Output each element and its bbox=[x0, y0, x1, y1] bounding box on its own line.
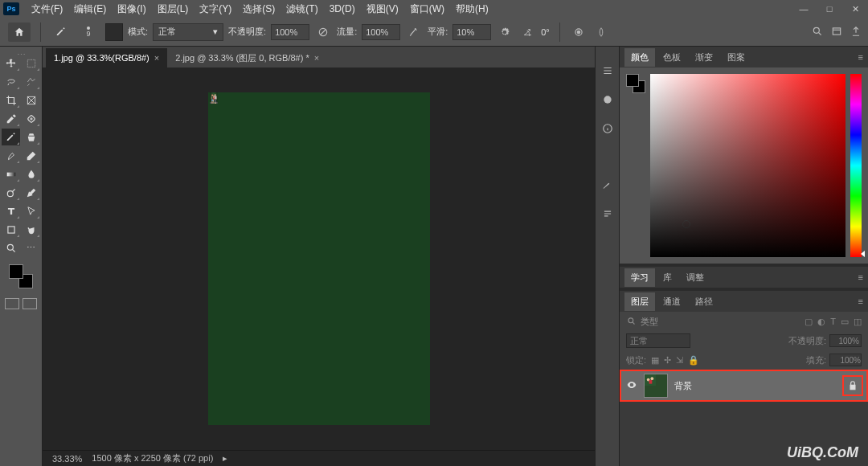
edit-toolbar[interactable]: ⋯ bbox=[22, 239, 40, 256]
hand-tool[interactable] bbox=[22, 221, 40, 238]
blend-mode-dropdown[interactable]: 正常▾ bbox=[153, 23, 223, 41]
type-tool[interactable] bbox=[2, 202, 20, 219]
lasso-tool[interactable] bbox=[2, 73, 20, 90]
document-tab-1[interactable]: 1.jpg @ 33.3%(RGB/8#)× bbox=[46, 48, 167, 67]
chevron-right-icon[interactable]: ▸ bbox=[223, 453, 227, 464]
quick-mask-icon[interactable] bbox=[5, 298, 19, 309]
marquee-tool[interactable] bbox=[22, 55, 40, 72]
home-button[interactable] bbox=[8, 22, 31, 42]
brush-tool[interactable] bbox=[2, 129, 20, 145]
layer-blend-dropdown[interactable]: 正常 bbox=[626, 333, 690, 348]
search-icon[interactable] bbox=[812, 26, 823, 39]
frame-tool[interactable] bbox=[22, 92, 40, 108]
panel-menu-icon[interactable]: ≡ bbox=[858, 272, 863, 282]
share-icon[interactable] bbox=[850, 26, 862, 39]
panel-menu-icon[interactable]: ≡ bbox=[858, 296, 863, 306]
filter-shape-icon[interactable]: ▭ bbox=[841, 317, 849, 327]
close-tab-icon[interactable]: × bbox=[314, 53, 319, 63]
canvas-area[interactable] bbox=[43, 67, 595, 450]
crop-tool[interactable] bbox=[2, 92, 20, 108]
filter-image-icon[interactable]: ▢ bbox=[805, 317, 813, 327]
brush-settings-icon[interactable] bbox=[600, 63, 616, 79]
menu-image[interactable]: 图像(I) bbox=[112, 2, 151, 16]
menu-file[interactable]: 文件(F) bbox=[26, 2, 68, 16]
gear-icon[interactable] bbox=[496, 23, 514, 41]
tab-channels[interactable]: 通道 bbox=[657, 292, 687, 311]
filter-smart-icon[interactable]: ◫ bbox=[854, 317, 862, 327]
info-panel-icon[interactable] bbox=[600, 121, 616, 137]
document-tab-2[interactable]: 2.jpg @ 33.3% (图层 0, RGB/8#) *× bbox=[167, 48, 327, 67]
brush-panel-toggle-icon[interactable] bbox=[105, 23, 123, 41]
smooth-field[interactable]: 10% bbox=[452, 24, 491, 40]
move-tool[interactable] bbox=[2, 55, 20, 72]
menu-edit[interactable]: 编辑(E) bbox=[68, 2, 112, 16]
pressure-size-icon[interactable] bbox=[570, 23, 588, 41]
tab-learn[interactable]: 学习 bbox=[624, 268, 655, 287]
tab-layers[interactable]: 图层 bbox=[624, 292, 655, 311]
airbrush-icon[interactable] bbox=[405, 23, 423, 41]
lock-all-icon[interactable]: 🔒 bbox=[688, 355, 699, 366]
canvas[interactable] bbox=[208, 92, 430, 425]
pen-tool[interactable] bbox=[22, 184, 40, 201]
brush-preset[interactable]: 9 bbox=[76, 21, 100, 43]
filter-adjust-icon[interactable]: ◐ bbox=[817, 317, 825, 327]
menu-type[interactable]: 文字(Y) bbox=[194, 2, 237, 16]
menu-help[interactable]: 帮助(H) bbox=[450, 2, 494, 16]
menu-3d[interactable]: 3D(D) bbox=[324, 3, 361, 14]
healing-tool[interactable] bbox=[22, 110, 40, 127]
zoom-value[interactable]: 33.33% bbox=[52, 454, 82, 464]
workspaces-icon[interactable] bbox=[831, 26, 842, 39]
eraser-tool[interactable] bbox=[22, 147, 40, 164]
window-minimize-icon[interactable]: — bbox=[791, 0, 817, 18]
history-brush-tool[interactable] bbox=[2, 147, 20, 164]
tab-color[interactable]: 颜色 bbox=[624, 48, 655, 67]
layer-background[interactable]: 背景 bbox=[620, 370, 868, 402]
menu-window[interactable]: 窗口(W) bbox=[404, 2, 450, 16]
visibility-icon[interactable] bbox=[626, 379, 637, 392]
dodge-tool[interactable] bbox=[2, 184, 20, 201]
tab-libraries[interactable]: 库 bbox=[657, 268, 678, 287]
screen-mode-icon[interactable] bbox=[23, 298, 37, 309]
layer-thumbnail[interactable] bbox=[644, 374, 668, 398]
lock-pixels-icon[interactable]: ▦ bbox=[651, 355, 659, 366]
pressure-opacity-icon[interactable] bbox=[314, 23, 332, 41]
menu-view[interactable]: 视图(V) bbox=[361, 2, 404, 16]
layer-opacity-field[interactable] bbox=[829, 334, 862, 347]
lock-artboard-icon[interactable]: ⇲ bbox=[676, 355, 683, 366]
tab-swatches[interactable]: 色板 bbox=[657, 48, 687, 67]
symmetry-icon[interactable] bbox=[592, 23, 610, 41]
eyedropper-tool[interactable] bbox=[2, 110, 20, 127]
color-cursor[interactable] bbox=[682, 220, 690, 228]
menu-layer[interactable]: 图层(L) bbox=[152, 2, 194, 16]
quick-select-tool[interactable] bbox=[22, 73, 40, 90]
shape-tool[interactable] bbox=[2, 221, 20, 238]
color-swatch-pair[interactable] bbox=[626, 74, 645, 93]
hue-slider[interactable] bbox=[850, 74, 862, 257]
filter-type-icon[interactable]: T bbox=[830, 317, 836, 327]
panel-menu-icon[interactable]: ≡ bbox=[858, 52, 863, 62]
zoom-tool[interactable] bbox=[2, 239, 20, 256]
angle-icon[interactable]: ⦨ bbox=[518, 23, 536, 41]
window-close-icon[interactable]: ✕ bbox=[842, 0, 868, 18]
tab-patterns[interactable]: 图案 bbox=[721, 48, 751, 67]
brushes-panel-icon[interactable] bbox=[600, 177, 616, 193]
path-select-tool[interactable] bbox=[22, 202, 40, 219]
close-tab-icon[interactable]: × bbox=[154, 53, 159, 63]
tab-gradients[interactable]: 渐变 bbox=[689, 48, 719, 67]
tab-paths[interactable]: 路径 bbox=[689, 292, 719, 311]
lock-position-icon[interactable]: ✢ bbox=[664, 355, 671, 366]
layer-filter[interactable]: 类型 bbox=[626, 316, 658, 328]
clone-stamp-tool[interactable] bbox=[22, 129, 40, 145]
gradient-tool[interactable] bbox=[2, 166, 20, 182]
layer-name[interactable]: 背景 bbox=[674, 380, 692, 392]
opacity-field[interactable]: 100% bbox=[271, 24, 309, 40]
paragraph-panel-icon[interactable] bbox=[600, 206, 616, 222]
menu-select[interactable]: 选择(S) bbox=[237, 2, 280, 16]
color-swatch[interactable] bbox=[9, 264, 33, 288]
tab-adjustments[interactable]: 调整 bbox=[680, 268, 710, 287]
menu-filter[interactable]: 滤镜(T) bbox=[280, 2, 323, 16]
window-maximize-icon[interactable]: □ bbox=[817, 0, 842, 18]
brush-tool-icon[interactable] bbox=[51, 23, 72, 41]
color-field[interactable] bbox=[650, 74, 845, 257]
character-panel-icon[interactable] bbox=[600, 92, 616, 108]
